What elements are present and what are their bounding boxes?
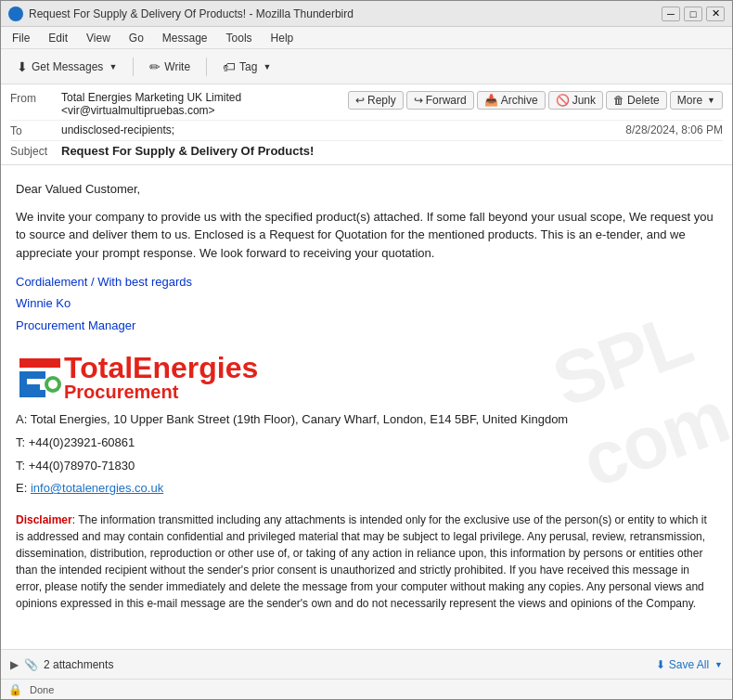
write-label: Write (164, 60, 190, 73)
company-phone-1: T: +44(0)23921-60861 (16, 432, 717, 455)
tag-label: Tag (239, 60, 257, 73)
to-label: To (10, 123, 61, 137)
save-all-dropdown-icon: ▼ (714, 660, 723, 669)
window-controls: ─ □ ✕ (662, 6, 725, 21)
status-lock-icon: 🔒 (8, 683, 22, 696)
tag-dropdown-icon: ▼ (263, 62, 271, 71)
reply-label: Reply (367, 94, 396, 107)
company-sub: Procurement (64, 382, 258, 403)
sig-line-1: Cordialement / With best regards (16, 271, 717, 292)
clip-icon: 📎 (24, 658, 38, 671)
disclaimer: Disclaimer: The information transmitted … (16, 512, 717, 612)
title-bar: Request For Supply & Delivery Of Product… (1, 1, 732, 27)
title-bar-left: Request For Supply & Delivery Of Product… (8, 6, 354, 21)
sig-line-3: Procurement Manager (16, 315, 717, 336)
save-all-icon: ⬇ (656, 658, 665, 671)
toolbar-separator-1 (133, 58, 134, 76)
get-messages-label: Get Messages (32, 60, 103, 73)
email-date: 8/28/2024, 8:06 PM (625, 123, 723, 136)
toolbar-separator-2 (206, 58, 207, 76)
signature-block: Cordialement / With best regards Winnie … (16, 271, 717, 336)
get-messages-button[interactable]: ⬇ Get Messages ▼ (8, 56, 125, 78)
close-button[interactable]: ✕ (706, 6, 725, 21)
attachments-expand-icon[interactable]: ▶ (10, 658, 19, 671)
get-messages-icon: ⬇ (17, 59, 28, 74)
sig-line-2: Winnie Ko (16, 292, 717, 314)
attachments-bar: ▶ 📎 2 attachments ⬇ Save All ▼ (1, 649, 732, 679)
more-dropdown-icon: ▼ (707, 96, 715, 105)
svg-rect-4 (19, 390, 45, 397)
company-name-block: TotalEnergies Procurement (64, 351, 258, 403)
delete-icon: 🗑 (613, 94, 624, 107)
save-all-label: Save All (669, 658, 709, 671)
forward-label: Forward (426, 94, 467, 107)
reply-button[interactable]: ↩ Reply (348, 91, 404, 110)
to-row: To undisclosed-recipients; 8/28/2024, 8:… (10, 121, 723, 141)
tag-icon: 🏷 (223, 59, 236, 74)
totalenergies-logo-svg (16, 353, 64, 401)
junk-label: Junk (572, 94, 596, 107)
menu-help[interactable]: Help (267, 31, 298, 45)
junk-button[interactable]: 🚫 Junk (548, 91, 603, 110)
more-label: More (677, 94, 702, 107)
toolbar: ⬇ Get Messages ▼ ✏ Write 🏷 Tag ▼ (1, 49, 732, 84)
write-icon: ✏ (149, 59, 161, 74)
svg-rect-0 (19, 358, 60, 368)
status-bar: 🔒 Done (1, 679, 732, 699)
company-email: E: info@totalenergies.co.uk (16, 477, 717, 500)
minimize-button[interactable]: ─ (662, 6, 680, 21)
menu-file[interactable]: File (8, 31, 33, 45)
window-title: Request For Supply & Delivery Of Product… (29, 7, 354, 20)
tag-button[interactable]: 🏷 Tag ▼ (214, 56, 279, 78)
svg-rect-2 (19, 371, 45, 379)
svg-rect-3 (19, 384, 40, 391)
from-label: From (10, 91, 61, 105)
body-paragraph-1: We invite your company to provide us wit… (16, 208, 717, 263)
from-value: Total Energies Marketing UK Limited <vir… (61, 91, 348, 117)
subject-row: Subject Request For Supply & Delivery Of… (10, 141, 723, 161)
delete-label: Delete (627, 94, 660, 107)
get-messages-dropdown-icon: ▼ (109, 62, 117, 71)
email-link[interactable]: info@totalenergies.co.uk (31, 481, 163, 495)
archive-button[interactable]: 📥 Archive (477, 91, 546, 110)
subject-value: Request For Supply & Delivery Of Product… (61, 144, 723, 158)
more-button[interactable]: More ▼ (670, 91, 723, 110)
attachments-left: ▶ 📎 2 attachments (10, 658, 113, 671)
menu-view[interactable]: View (83, 31, 114, 45)
reply-icon: ↩ (355, 94, 365, 107)
email-action-buttons: ↩ Reply ↪ Forward 📥 Archive 🚫 Junk 🗑 (348, 91, 723, 110)
email-body: SPLcom Dear Valued Customer, We invite y… (1, 165, 732, 649)
company-name: TotalEnergies (64, 351, 258, 384)
company-address: A: Total Energies, 10 Upper Bank Street … (16, 408, 717, 432)
save-all-button[interactable]: ⬇ Save All ▼ (656, 658, 723, 671)
menu-bar: File Edit View Go Message Tools Help (1, 27, 732, 49)
contact-block: A: Total Energies, 10 Upper Bank Street … (16, 408, 717, 500)
menu-edit[interactable]: Edit (45, 31, 71, 45)
company-phone-2: T: +44(0)78970-71830 (16, 455, 717, 478)
maximize-button[interactable]: □ (684, 6, 702, 21)
forward-icon: ↪ (414, 94, 423, 107)
main-window: Request For Supply & Delivery Of Product… (0, 0, 733, 700)
subject-label: Subject (10, 144, 61, 158)
from-row: From Total Energies Marketing UK Limited… (10, 88, 723, 121)
company-logo: TotalEnergies Procurement (16, 351, 717, 403)
email-header: From Total Energies Marketing UK Limited… (1, 84, 732, 165)
delete-button[interactable]: 🗑 Delete (606, 91, 667, 110)
archive-icon: 📥 (484, 94, 498, 107)
disclaimer-text: : The information transmitted including … (16, 513, 707, 610)
write-button[interactable]: ✏ Write (141, 56, 199, 78)
menu-go[interactable]: Go (125, 31, 148, 45)
archive-label: Archive (501, 94, 538, 107)
attachments-count: 2 attachments (44, 658, 113, 671)
junk-icon: 🚫 (556, 94, 570, 107)
to-value: undisclosed-recipients; (61, 123, 616, 136)
svg-point-6 (48, 380, 58, 389)
menu-message[interactable]: Message (159, 31, 212, 45)
greeting: Dear Valued Customer, (16, 180, 717, 199)
status-text: Done (30, 684, 54, 695)
app-icon (8, 6, 23, 21)
forward-button[interactable]: ↪ Forward (406, 91, 474, 110)
disclaimer-label: Disclaimer (16, 513, 72, 526)
menu-tools[interactable]: Tools (223, 31, 256, 45)
